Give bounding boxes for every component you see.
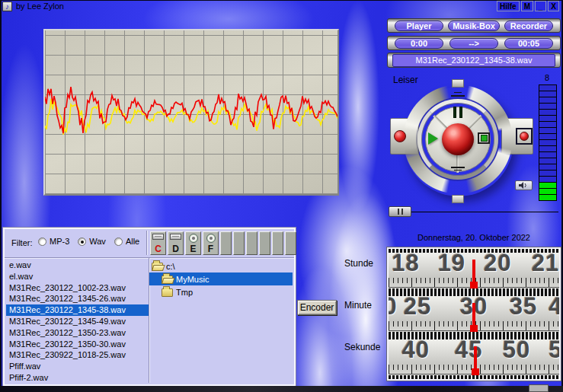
tree-item-c[interactable]: c:\ <box>149 260 293 272</box>
pause-icon <box>453 107 456 118</box>
toolbar-blank-button[interactable] <box>220 231 232 255</box>
drive-letter: D <box>172 245 179 253</box>
scale-number: 35 <box>510 296 537 320</box>
tree-item-mymusic[interactable]: MyMusic <box>149 272 293 285</box>
toolbar-blank-button[interactable] <box>246 231 258 255</box>
quieter-button[interactable] <box>447 164 470 177</box>
file-browser-panel: Filter: MP-3WavAlle CDEF e.wavel.wavM31R… <box>3 228 296 386</box>
folder-open-icon <box>152 263 163 271</box>
volume-mark-icon <box>454 170 462 171</box>
pause-button[interactable] <box>450 107 467 120</box>
file-item[interactable]: M31Rec_230122_1350-23.wav <box>6 327 149 339</box>
file-item[interactable]: M31Rec_230122_1345-38.wav <box>6 304 149 316</box>
radio-label: MP-3 <box>50 237 69 246</box>
window-bottom-edge <box>0 386 563 392</box>
titlebar-button-help[interactable]: Hilfe <box>497 1 520 11</box>
file-item[interactable]: M31Rec_230922_1018-25.wav <box>6 349 149 361</box>
clock-strip-minute[interactable]: 2025303540 <box>389 292 559 336</box>
titlebar-button-minimize[interactable]: _ <box>535 1 546 11</box>
toolbar-blank-button[interactable] <box>272 231 283 255</box>
note-icon: ♪ <box>5 2 9 11</box>
cd-drive-icon <box>189 234 198 243</box>
window-title: by Lee Zylon <box>16 2 64 11</box>
titlebar-button-close[interactable]: X <box>548 1 559 11</box>
track-bar: M31Rec_230122_1345-38.wav <box>387 53 561 68</box>
record-button-right[interactable] <box>520 132 529 141</box>
file-item[interactable]: el.wav <box>6 271 149 282</box>
drive-button-c[interactable]: C <box>150 231 166 255</box>
file-item[interactable]: M31Rec_230122_1345-49.wav <box>6 316 149 327</box>
drive-buttons: CDEF <box>150 231 296 255</box>
file-item[interactable]: Pfiff.wav <box>6 361 149 372</box>
radio-label: Alle <box>126 237 139 246</box>
folder-closed-icon <box>162 288 173 297</box>
titlebar-button-m[interactable]: M <box>521 1 533 11</box>
file-item[interactable]: e.wav <box>6 260 149 271</box>
drive-letter: E <box>190 245 196 253</box>
progress-arrow: --> <box>449 38 498 49</box>
volume-mark-icon <box>451 95 465 97</box>
scale-number: 19 <box>438 253 465 276</box>
volume-mark-icon <box>454 92 462 93</box>
tree-item-label: Tmp <box>176 288 193 297</box>
file-item[interactable]: M31Rec_230122_1002-23.wav <box>6 282 149 294</box>
clock-strip-stunde[interactable]: 18192021 <box>389 249 559 292</box>
cd-drive-icon <box>206 234 216 243</box>
jog-ball[interactable] <box>442 123 474 155</box>
browser-body: e.wavel.wavM31Rec_230122_1002-23.wavM31R… <box>6 258 293 383</box>
time-bar: 0:00 --> 00:05 <box>387 36 561 50</box>
tree-item-tmp[interactable]: Tmp <box>149 285 293 298</box>
mode-tab-musik-box[interactable]: Musik-Box <box>448 21 500 31</box>
scale-number: 40 <box>549 296 559 320</box>
filter-radio-wav[interactable]: Wav <box>78 237 106 246</box>
position-slider-track <box>389 212 558 212</box>
file-item[interactable]: M31Rec_230122_1345-26.wav <box>6 293 149 304</box>
mute-button[interactable] <box>515 180 533 190</box>
level-meter <box>539 85 557 201</box>
time-elapsed: 0:00 <box>395 38 443 49</box>
resize-grip[interactable] <box>529 384 549 392</box>
drive-button-e[interactable]: E <box>185 231 201 255</box>
hdd-drive-icon <box>152 234 164 240</box>
second-label: Sekunde <box>344 342 380 352</box>
toolbar-separator <box>146 231 147 255</box>
filter-radio-mp-3[interactable]: MP-3 <box>38 237 69 246</box>
mode-bar: PlayerMusik-BoxRecorder <box>387 18 561 33</box>
drive-button-d[interactable]: D <box>168 231 184 255</box>
louder-button[interactable] <box>447 90 470 102</box>
scale-number: 50 <box>503 339 530 363</box>
file-item[interactable]: Pfiff-2.wav <box>6 372 149 383</box>
scale-number: 18 <box>392 253 419 276</box>
position-slider-handle[interactable] <box>389 206 411 217</box>
toolbar-blank-button[interactable] <box>259 231 270 255</box>
stop-button[interactable] <box>478 132 490 144</box>
tree-item-label: MyMusic <box>176 275 209 284</box>
drive-button-f[interactable]: F <box>203 231 219 255</box>
meter-max-label: 8 <box>536 73 558 82</box>
mode-tab-player[interactable]: Player <box>395 21 443 31</box>
scale-body: 18192021 <box>389 253 559 288</box>
mode-tab-recorder[interactable]: Recorder <box>504 21 553 31</box>
record-button-left[interactable] <box>394 130 406 142</box>
file-item[interactable]: M31Rec_230122_1350-30.wav <box>6 339 149 350</box>
track-display: M31Rec_230122_1345-38.wav <box>392 54 555 67</box>
play-button[interactable] <box>428 132 438 145</box>
clock-strip-sekunde[interactable]: 40455055 <box>389 336 559 379</box>
transport-dial <box>385 76 537 207</box>
scale-body: 40455055 <box>389 339 559 375</box>
scale-number: 20 <box>484 253 511 276</box>
record-button-frame <box>516 128 533 145</box>
time-pointer <box>474 346 477 375</box>
scale-body: 2025303540 <box>389 296 559 332</box>
toolbar-blank-button[interactable] <box>233 231 245 255</box>
filter-options: MP-3WavAlle <box>38 237 139 246</box>
toolbar-blank-button[interactable] <box>285 231 296 255</box>
drive-letter: C <box>155 245 162 253</box>
meter-segment <box>539 194 557 201</box>
radio-circle <box>78 237 86 246</box>
filter-radio-alle[interactable]: Alle <box>114 237 139 246</box>
titlebar-buttons: HilfeM_X <box>497 1 559 11</box>
encoder-button[interactable]: Encoder <box>297 300 337 315</box>
date-label: Donnerstag, 20. Oktober 2022 <box>387 233 561 242</box>
scale-number: 55 <box>549 339 559 363</box>
